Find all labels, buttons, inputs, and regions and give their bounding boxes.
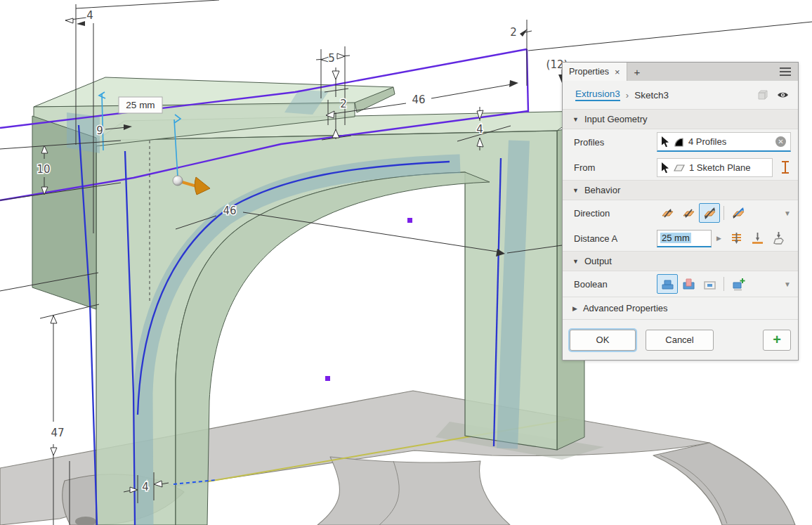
- triangle-down-icon: ▼: [572, 258, 579, 265]
- direction-flipped-button[interactable]: [678, 203, 699, 223]
- chevron-right-icon: ›: [626, 90, 629, 101]
- plus-icon: +: [634, 66, 641, 78]
- section-title: Input Geometry: [584, 114, 648, 124]
- divider: [723, 277, 724, 291]
- direction-symmetric-button[interactable]: [699, 203, 720, 223]
- sketch-plane-icon: [673, 162, 686, 173]
- distance-a-label: Distance A: [574, 233, 657, 244]
- flip-direction-icon[interactable]: [779, 160, 792, 175]
- profiles-row: Profiles 4 Profiles ✕: [563, 129, 798, 155]
- dim-label[interactable]: 47: [51, 427, 64, 439]
- breadcrumb: Extrusion3 › Sketch3: [563, 81, 798, 109]
- repeat-command-button[interactable]: +: [763, 330, 791, 351]
- profiles-value: 4 Profiles: [687, 136, 773, 147]
- from-field[interactable]: 1 Sketch Plane: [657, 158, 773, 177]
- menu-icon[interactable]: [773, 63, 798, 81]
- extrusion-preview-right-leg: [507, 141, 519, 448]
- breadcrumb-feature[interactable]: Extrusion3: [575, 89, 620, 101]
- triangle-down-icon: ▼: [572, 116, 579, 123]
- triangle-down-icon: ▼: [572, 187, 579, 194]
- boolean-row: Boolean ▼: [563, 271, 798, 297]
- direction-label: Direction: [574, 208, 657, 219]
- profile-icon: [673, 136, 685, 148]
- dim-label[interactable]: 2: [340, 98, 347, 110]
- extent-to-face-button[interactable]: [747, 228, 768, 248]
- section-output[interactable]: ▼ Output: [563, 251, 798, 271]
- distance-a-input[interactable]: 25 mm: [657, 230, 712, 247]
- distance-tooltip: 25 mm: [119, 97, 162, 113]
- breadcrumb-sketch[interactable]: Sketch3: [634, 90, 669, 101]
- from-value: 1 Sketch Plane: [688, 162, 770, 173]
- panel-tabbar: Properties × +: [563, 63, 798, 81]
- distance-a-value: 25 mm: [660, 233, 691, 243]
- direction-row: Direction ▼: [563, 200, 798, 226]
- triangle-right-icon: ▶: [572, 305, 577, 312]
- from-label: From: [574, 162, 657, 173]
- dim-label[interactable]: 4: [142, 481, 149, 493]
- section-title: Behavior: [584, 185, 620, 195]
- direction-default-button[interactable]: [657, 203, 678, 223]
- clear-selection-icon[interactable]: ✕: [775, 136, 786, 147]
- extent-through-all-button[interactable]: [726, 228, 747, 248]
- divider: [723, 206, 724, 220]
- tab-properties[interactable]: Properties ×: [563, 63, 627, 81]
- dim-label[interactable]: 10: [37, 163, 50, 176]
- panel-footer: OK Cancel +: [563, 319, 798, 360]
- boolean-new-solid-button[interactable]: [728, 274, 749, 294]
- flyout-arrow-icon[interactable]: ▶: [716, 235, 721, 242]
- dim-label[interactable]: 46: [223, 205, 236, 217]
- visibility-eye-icon[interactable]: [776, 89, 790, 101]
- boolean-cut-button[interactable]: [678, 274, 699, 294]
- chevron-down-icon[interactable]: ▼: [784, 209, 791, 217]
- section-advanced-properties[interactable]: ▶ Advanced Properties: [563, 297, 798, 319]
- extent-to-body-button[interactable]: [768, 228, 790, 248]
- from-row: From 1 Sketch Plane: [563, 155, 798, 180]
- section-title: Advanced Properties: [583, 303, 668, 313]
- dim-label[interactable]: 2: [510, 26, 517, 39]
- sketch-point-1[interactable]: [407, 218, 412, 223]
- add-tab-button[interactable]: +: [627, 63, 648, 81]
- section-title: Output: [584, 256, 612, 266]
- cancel-button[interactable]: Cancel: [646, 330, 714, 351]
- close-icon[interactable]: ×: [615, 67, 620, 77]
- inventor-extrude-screen: { "panel": { "tab_title": "Properties", …: [0, 0, 812, 525]
- dim-label[interactable]: 4: [86, 9, 93, 22]
- boolean-join-button[interactable]: [657, 274, 678, 294]
- boolean-intersect-button[interactable]: [699, 274, 720, 294]
- select-cursor-icon: [660, 136, 671, 148]
- profiles-field[interactable]: 4 Profiles ✕: [657, 132, 791, 152]
- properties-panel: Properties × + Extrusion3 › Sketch3 ▼ In…: [562, 62, 799, 361]
- manipulator-sphere[interactable]: [173, 176, 183, 186]
- distance-a-row: Distance A 25 mm ▶: [563, 226, 798, 251]
- base-right-leg[interactable]: [653, 443, 795, 525]
- dim-label[interactable]: 9: [96, 124, 103, 137]
- dim-label[interactable]: 5: [328, 52, 335, 65]
- dim-label[interactable]: 46: [412, 93, 425, 106]
- dim-2-topright: [520, 20, 532, 86]
- chevron-down-icon[interactable]: ▼: [784, 280, 791, 288]
- ok-button[interactable]: OK: [570, 330, 636, 351]
- section-behavior[interactable]: ▼ Behavior: [563, 180, 798, 200]
- direction-asymmetric-button[interactable]: [728, 203, 749, 223]
- boolean-label: Boolean: [574, 279, 657, 290]
- dim-label[interactable]: 4: [476, 123, 483, 136]
- tab-title: Properties: [569, 67, 609, 77]
- base-center-pedestal[interactable]: [317, 457, 510, 525]
- solid-preview-cube-icon[interactable]: [757, 89, 769, 101]
- select-cursor-icon: [660, 162, 671, 174]
- sketch-point-2[interactable]: [325, 376, 330, 381]
- tooltip-value: 25 mm: [126, 100, 155, 110]
- profiles-label: Profiles: [574, 137, 657, 148]
- section-input-geometry[interactable]: ▼ Input Geometry: [563, 109, 798, 129]
